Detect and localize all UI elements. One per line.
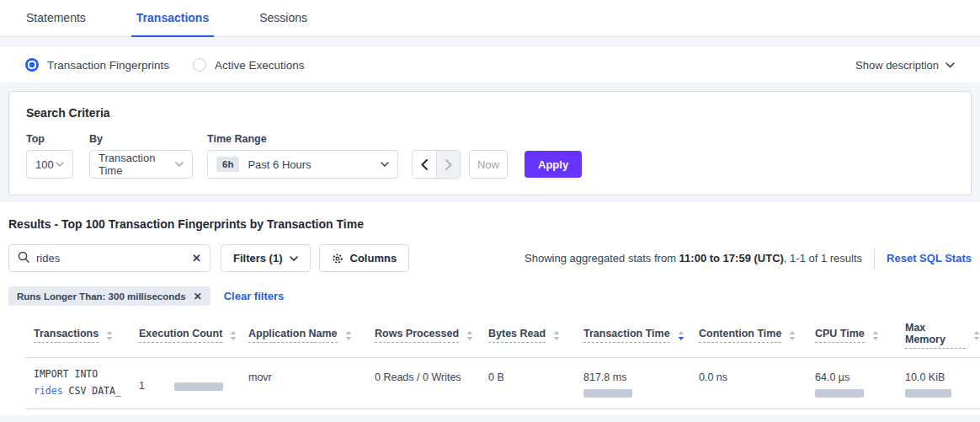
column-header-transactions[interactable]: Transactions: [25, 322, 130, 349]
execution-count-bar: [174, 382, 223, 391]
sort-icon[interactable]: [973, 331, 980, 340]
max-memory-bar: [905, 389, 951, 398]
by-label: By: [89, 133, 207, 145]
column-header-cpu-time[interactable]: CPU Time: [807, 322, 897, 349]
column-header-bytes-read[interactable]: Bytes Read: [480, 322, 575, 349]
divider: [874, 248, 875, 270]
clear-filters-link[interactable]: Clear filters: [224, 290, 285, 302]
aggregated-stats-text: Showing aggregated stats from 11:00 to 1…: [525, 252, 862, 264]
tab-statements[interactable]: Statements: [21, 0, 91, 37]
application-name-cell: movr: [240, 358, 366, 409]
transaction-fingerprint-link[interactable]: IMPORT INTO rides CSV DATA_: [25, 358, 130, 409]
top-select[interactable]: 100: [26, 150, 73, 179]
table-header-row: Transactions Execution Count Application…: [25, 317, 980, 358]
filter-chip-label: Runs Longer Than: 300 milliseconds: [17, 291, 186, 302]
table-search-box: ✕: [8, 244, 210, 272]
tab-transactions[interactable]: Transactions: [131, 0, 214, 37]
sort-icon[interactable]: [789, 331, 796, 340]
cpu-time-bar: [815, 389, 864, 398]
transactions-table: Transactions Execution Count Application…: [25, 317, 980, 409]
radio-label: Active Executions: [215, 59, 305, 72]
column-header-transaction-time[interactable]: Transaction Time: [575, 322, 690, 349]
execution-count-cell: 1: [130, 358, 240, 409]
time-range-field: Time Range 6h Past 6 Hours: [207, 133, 398, 179]
reset-sql-stats-link[interactable]: Reset SQL Stats: [887, 252, 972, 264]
by-field: By Transaction Time: [89, 133, 207, 179]
table-row: IMPORT INTO rides CSV DATA_ 1 movr 0 Rea…: [25, 358, 980, 409]
time-range-select[interactable]: 6h Past 6 Hours: [207, 150, 398, 179]
time-range-pager: [412, 150, 461, 179]
time-range-value: Past 6 Hours: [248, 158, 311, 171]
remove-filter-icon[interactable]: ✕: [194, 291, 202, 302]
rows-processed-cell: 0 Reads / 0 Writes: [366, 358, 480, 409]
cpu-time-cell: 64.0 µs: [807, 358, 897, 409]
radio-transaction-fingerprints[interactable]: Transaction Fingerprints: [25, 58, 169, 72]
sort-icon[interactable]: [466, 331, 473, 340]
filters-button[interactable]: Filters (1): [221, 244, 311, 272]
radio-selected-icon: [25, 58, 39, 72]
results-title: Results - Top 100 Transaction Fingerprin…: [8, 217, 972, 231]
time-range-badge: 6h: [216, 157, 239, 172]
search-criteria-title: Search Criteria: [26, 106, 954, 120]
by-select-value: Transaction Time: [99, 152, 175, 177]
sort-icon[interactable]: [553, 331, 560, 340]
search-criteria-card: Search Criteria Top 100 By Transaction T…: [8, 91, 972, 195]
view-mode-strip: Transaction Fingerprints Active Executio…: [0, 47, 980, 83]
radio-label: Transaction Fingerprints: [47, 59, 169, 72]
clear-search-icon[interactable]: ✕: [192, 253, 201, 264]
chevron-down-icon: [290, 256, 298, 261]
previous-range-button[interactable]: [413, 151, 436, 178]
column-header-execution-count[interactable]: Execution Count: [130, 322, 240, 349]
filters-label: Filters (1): [233, 252, 283, 264]
sort-icon[interactable]: [345, 331, 352, 340]
transaction-time-bar: [583, 389, 632, 398]
top-field: Top 100: [26, 133, 89, 179]
by-select[interactable]: Transaction Time: [89, 150, 193, 179]
now-button[interactable]: Now: [469, 150, 508, 179]
results-section: Results - Top 100 Transaction Fingerprin…: [0, 202, 980, 415]
radio-active-executions[interactable]: Active Executions: [193, 58, 305, 72]
sql-activity-tabs: Statements Transactions Sessions: [0, 0, 980, 37]
columns-label: Columns: [350, 252, 397, 264]
column-header-contention-time[interactable]: Contention Time: [690, 322, 807, 349]
chevron-down-icon: [381, 162, 389, 167]
sort-icon-active-desc[interactable]: [678, 331, 684, 340]
filter-chip: Runs Longer Than: 300 milliseconds ✕: [8, 286, 210, 306]
search-icon: [18, 251, 29, 266]
column-header-max-memory[interactable]: Max Memory: [897, 322, 980, 349]
search-input[interactable]: [36, 252, 192, 264]
sort-icon[interactable]: [230, 331, 237, 340]
bytes-read-cell: 0 B: [480, 358, 575, 409]
chevron-down-icon: [945, 62, 955, 68]
chevron-down-icon: [56, 162, 64, 167]
show-description-toggle[interactable]: Show description: [855, 59, 955, 72]
sort-icon[interactable]: [106, 331, 113, 340]
column-header-application-name[interactable]: Application Name: [240, 322, 366, 349]
gear-icon: [332, 253, 344, 264]
columns-button[interactable]: Columns: [319, 244, 410, 272]
radio-unselected-icon: [193, 58, 206, 72]
top-select-value: 100: [35, 158, 54, 171]
sort-icon[interactable]: [872, 331, 879, 340]
contention-time-cell: 0.0 ns: [690, 358, 807, 409]
transaction-time-cell: 817.8 ms: [575, 358, 690, 409]
chevron-down-icon: [175, 162, 184, 167]
max-memory-cell: 10.0 KiB: [897, 358, 980, 409]
top-label: Top: [26, 133, 89, 145]
apply-button[interactable]: Apply: [525, 151, 582, 178]
show-description-label: Show description: [855, 59, 939, 72]
time-range-label: Time Range: [207, 133, 398, 145]
column-header-rows-processed[interactable]: Rows Processed: [366, 322, 480, 349]
tab-sessions[interactable]: Sessions: [254, 0, 312, 37]
next-range-button[interactable]: [436, 151, 460, 178]
